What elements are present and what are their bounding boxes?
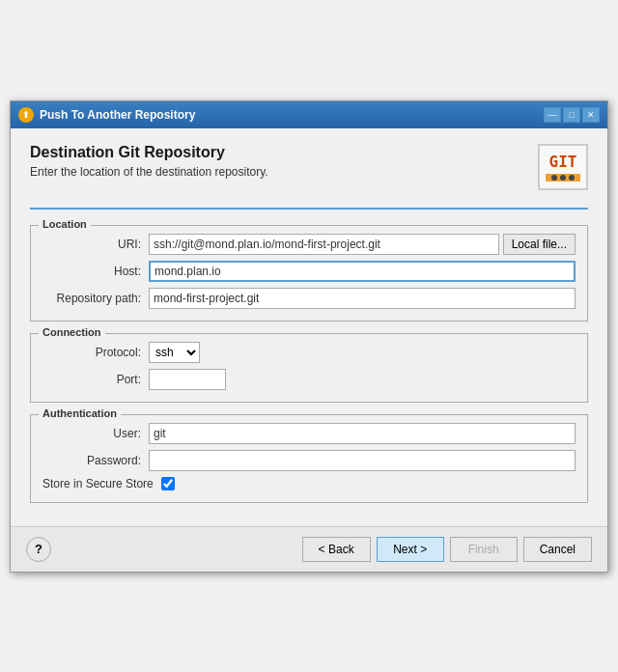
local-file-button[interactable]: Local file... (503, 234, 576, 255)
host-input[interactable] (149, 261, 576, 282)
git-logo-dots (551, 175, 575, 181)
uri-row: URI: Local file... (42, 234, 576, 255)
git-logo-bar (546, 174, 580, 182)
content-area: Destination Git Repository Enter the loc… (11, 128, 607, 526)
git-dot-2 (560, 175, 566, 181)
protocol-select[interactable]: ssh http https git (149, 342, 200, 363)
repo-path-row: Repository path: (42, 288, 576, 309)
next-button[interactable]: Next > (377, 537, 444, 562)
store-label: Store in Secure Store (42, 477, 161, 490)
location-group: Location URI: Local file... Host: Reposi… (30, 225, 588, 322)
close-button[interactable]: ✕ (582, 107, 600, 123)
minimize-button[interactable]: — (544, 107, 561, 123)
store-row: Store in Secure Store (42, 477, 576, 490)
port-input[interactable] (149, 369, 226, 390)
host-label: Host: (42, 265, 149, 278)
host-row: Host: (42, 261, 576, 282)
footer: ? < Back Next > Finish Cancel (11, 526, 607, 572)
protocol-row: Protocol: ssh http https git (42, 342, 576, 363)
location-group-label: Location (39, 218, 91, 230)
window-title: Push To Another Repository (40, 108, 195, 122)
connection-group: Connection Protocol: ssh http https git … (30, 333, 588, 403)
user-input[interactable] (149, 423, 576, 444)
header-section: Destination Git Repository Enter the loc… (30, 144, 588, 210)
store-checkbox[interactable] (161, 477, 175, 490)
uri-label: URI: (42, 238, 149, 251)
page-subtitle: Enter the location of the destination re… (30, 165, 268, 179)
git-dot-1 (551, 175, 557, 181)
git-dot-3 (569, 175, 575, 181)
footer-buttons: < Back Next > Finish Cancel (302, 537, 592, 562)
title-controls: — □ ✕ (544, 107, 600, 123)
page-title: Destination Git Repository (30, 144, 268, 161)
app-icon: ⬆ (18, 107, 34, 123)
git-logo: GIT (538, 144, 588, 190)
user-label: User: (42, 427, 149, 440)
maximize-button[interactable]: □ (563, 107, 580, 123)
back-button[interactable]: < Back (302, 537, 371, 562)
password-label: Password: (42, 454, 149, 467)
repo-path-input[interactable] (149, 288, 576, 309)
repo-path-label: Repository path: (42, 292, 149, 305)
help-button[interactable]: ? (26, 537, 51, 562)
uri-input[interactable] (149, 234, 499, 255)
main-window: ⬆ Push To Another Repository — □ ✕ Desti… (10, 100, 608, 573)
finish-button[interactable]: Finish (450, 537, 518, 562)
password-input[interactable] (149, 450, 576, 471)
port-row: Port: (42, 369, 576, 390)
authentication-group: Authentication User: Password: Store in … (30, 414, 588, 503)
authentication-group-label: Authentication (39, 407, 121, 419)
connection-group-label: Connection (39, 326, 105, 338)
protocol-label: Protocol: (42, 346, 149, 359)
port-label: Port: (42, 373, 149, 386)
title-bar: ⬆ Push To Another Repository — □ ✕ (11, 101, 607, 128)
git-logo-text: GIT (549, 153, 577, 171)
cancel-button[interactable]: Cancel (523, 537, 592, 562)
header-text: Destination Git Repository Enter the loc… (30, 144, 268, 179)
password-row: Password: (42, 450, 576, 471)
title-bar-left: ⬆ Push To Another Repository (18, 107, 195, 123)
user-row: User: (42, 423, 576, 444)
